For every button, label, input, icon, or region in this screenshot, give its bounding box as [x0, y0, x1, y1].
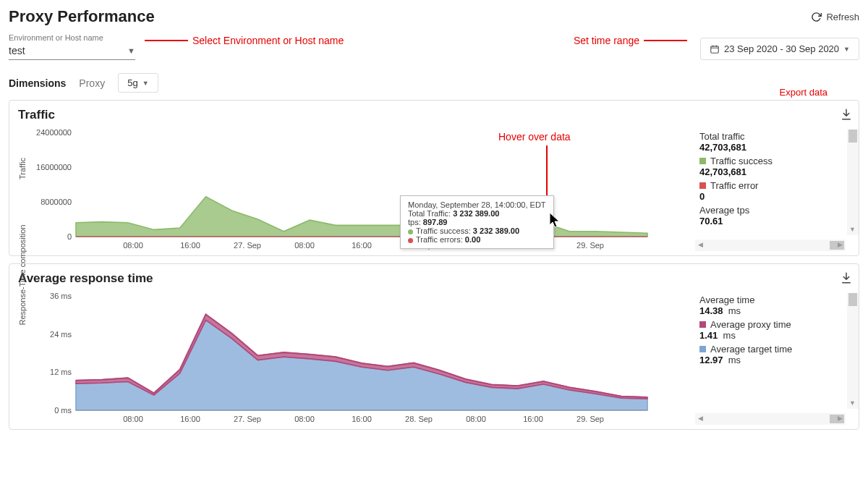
legend-value: 42,703,681	[699, 142, 853, 153]
annotation: Set time range	[574, 35, 687, 46]
svg-text:08:00: 08:00	[294, 415, 315, 423]
scrollbar-vertical[interactable]: ▲▼	[847, 130, 859, 235]
svg-text:16:00: 16:00	[180, 241, 200, 250]
svg-text:8000000: 8000000	[41, 198, 72, 206]
legend-value: 0	[699, 191, 853, 202]
scrollbar-horizontal[interactable]: ◀▶	[695, 240, 846, 251]
traffic-chart[interactable]: 08000000160000002400000008:0016:0027. Se…	[18, 130, 655, 253]
svg-text:0 ms: 0 ms	[54, 406, 72, 415]
env-label: Environment or Host name	[9, 33, 135, 42]
chevron-down-icon: ▼	[843, 46, 850, 53]
refresh-label: Refresh	[826, 12, 859, 22]
svg-text:27. Sep: 27. Sep	[234, 415, 261, 423]
svg-text:08:00: 08:00	[123, 241, 143, 250]
legend-label: Average proxy time	[710, 319, 791, 330]
date-range-text: 23 Sep 2020 - 30 Sep 2020	[724, 43, 839, 54]
svg-text:29. Sep: 29. Sep	[576, 415, 604, 423]
proxy-value: 5g	[127, 77, 137, 88]
download-icon	[840, 108, 853, 121]
response-time-legend: Average time 14.38 ms Average proxy time…	[692, 289, 859, 429]
download-icon	[840, 271, 853, 284]
dimensions-proxy-label: Proxy	[79, 77, 105, 89]
svg-text:16:00: 16:00	[352, 415, 372, 423]
svg-text:16:00: 16:00	[352, 241, 372, 250]
legend-value: 42,703,681	[699, 166, 853, 177]
svg-text:28. Sep: 28. Sep	[405, 415, 433, 423]
refresh-button[interactable]: Refresh	[811, 12, 859, 22]
proxy-select[interactable]: 5g ▼	[118, 73, 158, 93]
legend-value: 1.41	[699, 330, 718, 341]
calendar-icon	[710, 44, 720, 54]
traffic-panel: Traffic Traffic 080000001600000024000000…	[9, 100, 859, 256]
env-select[interactable]: test ▼	[9, 42, 135, 60]
svg-text:29. Sep: 29. Sep	[576, 241, 604, 250]
panel-title: Traffic	[9, 101, 859, 125]
svg-text:24000000: 24000000	[36, 130, 72, 137]
page-title: Proxy Performance	[9, 7, 155, 26]
panel-title: Average response time	[9, 264, 859, 289]
annotation: Hover over data	[498, 131, 571, 143]
svg-text:08:00: 08:00	[294, 241, 315, 250]
legend-label: Average target time	[710, 344, 792, 355]
traffic-legend: Total traffic 42,703,681 Traffic success…	[692, 125, 859, 255]
svg-text:27. Sep: 27. Sep	[234, 241, 261, 250]
chevron-down-icon: ▼	[127, 46, 135, 55]
env-value: test	[9, 45, 25, 56]
scrollbar-horizontal[interactable]: ◀▶	[695, 413, 846, 425]
svg-text:36 ms: 36 ms	[50, 293, 72, 300]
svg-text:16:00: 16:00	[523, 415, 543, 423]
svg-text:12 ms: 12 ms	[50, 368, 72, 376]
response-time-panel: Average response time Response-Time comp…	[9, 263, 859, 430]
legend-label: Average tps	[699, 205, 853, 216]
annotation: Export data	[780, 87, 828, 98]
svg-text:0: 0	[67, 232, 72, 241]
legend-value: 70.61	[699, 216, 853, 226]
legend-label: Traffic error	[710, 180, 758, 191]
legend-label: Average time	[699, 294, 853, 305]
date-range-picker[interactable]: 23 Sep 2020 - 30 Sep 2020 ▼	[700, 38, 859, 60]
svg-text:16000000: 16000000	[36, 163, 72, 171]
scrollbar-vertical[interactable]: ▲▼	[847, 293, 859, 409]
svg-text:08:00: 08:00	[466, 415, 486, 423]
legend-value: 12.97	[699, 355, 723, 365]
legend-value: 14.38	[699, 305, 723, 316]
y-axis-label: Traffic	[18, 158, 27, 179]
export-button[interactable]	[838, 106, 854, 122]
svg-text:24 ms: 24 ms	[50, 330, 72, 339]
svg-text:16:00: 16:00	[180, 415, 200, 423]
y-axis-label: Response-Time composition	[18, 225, 27, 326]
response-time-chart[interactable]: 0 ms12 ms24 ms36 ms08:0016:0027. Sep08:0…	[18, 293, 655, 426]
dimensions-heading: Dimensions	[9, 77, 66, 89]
svg-text:08:00: 08:00	[123, 415, 143, 423]
chart-tooltip: Monday, September 28, 14:00:00, EDT Tota…	[400, 195, 554, 249]
annotation: Select Environment or Host name	[145, 35, 344, 46]
export-button[interactable]	[838, 270, 854, 286]
legend-label: Total traffic	[699, 131, 853, 142]
mouse-cursor-icon	[549, 212, 562, 228]
chevron-down-icon: ▼	[142, 80, 149, 87]
legend-label: Traffic success	[710, 156, 773, 166]
svg-rect-0	[711, 46, 719, 52]
refresh-icon	[811, 12, 822, 22]
